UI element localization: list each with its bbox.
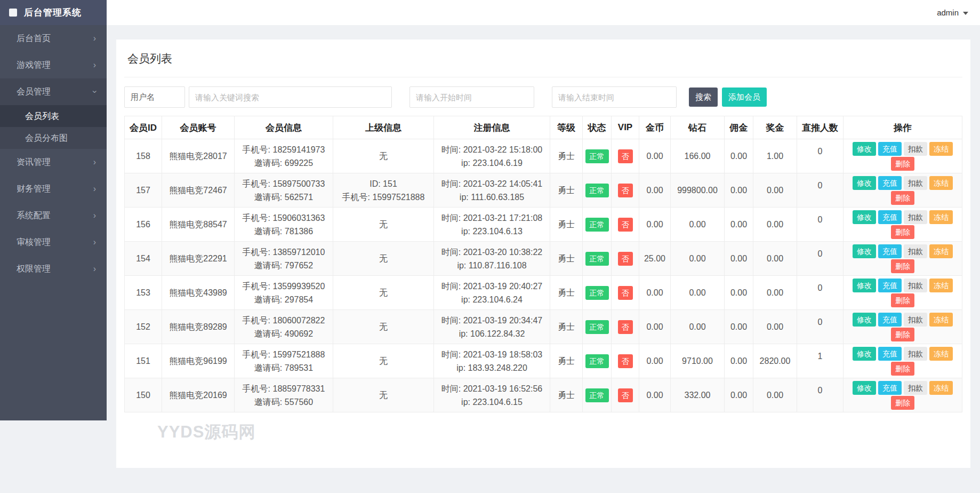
sidebar-item-audit[interactable]: 审核管理›: [0, 229, 107, 256]
actions-cell: 修改充值扣款冻结删除: [844, 378, 962, 412]
delete-button[interactable]: 删除: [891, 396, 914, 410]
recharge-button[interactable]: 充值: [878, 142, 902, 156]
deduct-button[interactable]: 扣款: [904, 313, 927, 327]
status-badge: 正常: [585, 218, 609, 232]
edit-button[interactable]: 修改: [853, 176, 876, 190]
sidebar-subitem-member-list[interactable]: 会员列表: [0, 105, 107, 127]
sidebar-item-home[interactable]: 后台首页›: [0, 25, 107, 52]
delete-button[interactable]: 删除: [891, 293, 914, 307]
keyword-input[interactable]: [189, 86, 392, 108]
sidebar-item-member[interactable]: 会员管理›: [0, 78, 107, 105]
sidebar-item-system[interactable]: 系统配置›: [0, 202, 107, 229]
status-badge: 正常: [585, 252, 609, 266]
deduct-button[interactable]: 扣款: [904, 244, 927, 258]
sidebar-item-label: 游戏管理: [17, 60, 51, 71]
gold-cell: 0.00: [639, 208, 671, 242]
sidebar-item-news[interactable]: 资讯管理›: [0, 149, 107, 176]
commission-cell: 0.00: [725, 242, 753, 276]
edit-button[interactable]: 修改: [853, 279, 876, 292]
freeze-button[interactable]: 冻结: [929, 381, 953, 395]
edit-button[interactable]: 修改: [853, 381, 876, 395]
freeze-button[interactable]: 冻结: [929, 142, 953, 156]
bonus-cell: 0.00: [753, 276, 797, 310]
sidebar-subitem-member-map[interactable]: 会员分布图: [0, 127, 107, 149]
page-title: 会员列表: [124, 39, 962, 77]
diamond-cell: 999800.00: [671, 173, 725, 208]
deduct-button[interactable]: 扣款: [904, 210, 927, 224]
actions-cell: 修改充值扣款冻结删除: [844, 139, 962, 173]
edit-button[interactable]: 修改: [853, 313, 876, 327]
username-field-select[interactable]: 用户名: [124, 86, 185, 108]
table-row: 156熊猫电竞88547手机号: 15906031363邀请码: 781386无…: [125, 208, 962, 242]
recharge-button[interactable]: 充值: [878, 176, 902, 190]
recharge-button[interactable]: 充值: [878, 347, 902, 361]
bonus-cell: 0.00: [753, 173, 797, 208]
sidebar-item-permission[interactable]: 权限管理›: [0, 256, 107, 282]
status-cell: 正常: [583, 208, 612, 242]
freeze-button[interactable]: 冻结: [929, 279, 953, 292]
sidebar-item-label: 会员管理: [17, 86, 51, 98]
delete-button[interactable]: 删除: [891, 157, 914, 171]
diamond-cell: 332.00: [671, 378, 725, 412]
add-member-button[interactable]: 添加会员: [722, 88, 767, 107]
deduct-button[interactable]: 扣款: [904, 176, 927, 190]
table-row: 151熊猫电竞96199手机号: 15997521888邀请码: 789531无…: [125, 344, 962, 378]
status-badge: 正常: [585, 184, 609, 197]
delete-button[interactable]: 删除: [891, 328, 914, 341]
table-body: 158熊猫电竞28017手机号: 18259141973邀请码: 699225无…: [125, 139, 962, 412]
app-logo: 后台管理系统: [0, 0, 107, 25]
delete-button[interactable]: 删除: [891, 225, 914, 239]
delete-button[interactable]: 删除: [891, 362, 914, 376]
account-cell: 熊猫电竞88547: [162, 208, 235, 242]
edit-button[interactable]: 修改: [853, 210, 876, 224]
sidebar-item-game[interactable]: 游戏管理›: [0, 52, 107, 78]
freeze-button[interactable]: 冻结: [929, 347, 953, 361]
parent-info-cell: 无: [333, 378, 434, 412]
freeze-button[interactable]: 冻结: [929, 244, 953, 258]
diamond-cell: 0.00: [671, 208, 725, 242]
edit-button[interactable]: 修改: [853, 142, 876, 156]
recharge-button[interactable]: 充值: [878, 313, 902, 327]
freeze-button[interactable]: 冻结: [929, 313, 953, 327]
search-button[interactable]: 搜索: [689, 88, 718, 107]
sidebar-item-label: 系统配置: [17, 210, 51, 221]
vip-cell: 否: [612, 173, 639, 208]
delete-button[interactable]: 删除: [891, 191, 914, 205]
member-id-cell: 153: [125, 276, 162, 310]
parent-info-cell: 无: [333, 139, 434, 173]
start-time-input[interactable]: [409, 86, 534, 108]
chevron-right-icon: ›: [93, 185, 96, 193]
parent-info-cell: ID: 151手机号: 15997521888: [333, 173, 434, 208]
register-info-cell: 时间: 2021-03-20 10:38:22ip: 110.87.116.10…: [434, 242, 550, 276]
search-bar: 用户名 搜索 添加会员: [124, 86, 962, 108]
edit-button[interactable]: 修改: [853, 347, 876, 361]
delete-button[interactable]: 删除: [891, 259, 914, 273]
deduct-button[interactable]: 扣款: [904, 142, 927, 156]
member-id-cell: 156: [125, 208, 162, 242]
column-header: VIP: [612, 116, 639, 139]
freeze-button[interactable]: 冻结: [929, 210, 953, 224]
gold-cell: 25.00: [639, 242, 671, 276]
commission-cell: 0.00: [725, 208, 753, 242]
recharge-button[interactable]: 充值: [878, 279, 902, 292]
end-time-input[interactable]: [552, 86, 677, 108]
deduct-button[interactable]: 扣款: [904, 279, 927, 292]
sidebar-item-finance[interactable]: 财务管理›: [0, 176, 107, 202]
recharge-button[interactable]: 充值: [878, 210, 902, 224]
recharge-button[interactable]: 充值: [878, 244, 902, 258]
user-menu[interactable]: admin: [937, 8, 968, 17]
column-header: 状态: [583, 116, 612, 139]
account-cell: 熊猫电竞96199: [162, 344, 235, 378]
vip-cell: 否: [612, 208, 639, 242]
gold-cell: 0.00: [639, 378, 671, 412]
vip-badge: 否: [618, 320, 633, 334]
vip-badge: 否: [618, 218, 633, 232]
status-badge: 正常: [585, 354, 609, 368]
recharge-button[interactable]: 充值: [878, 381, 902, 395]
diamond-cell: 0.00: [671, 276, 725, 310]
parent-info-cell: 无: [333, 242, 434, 276]
freeze-button[interactable]: 冻结: [929, 176, 953, 190]
edit-button[interactable]: 修改: [853, 244, 876, 258]
deduct-button[interactable]: 扣款: [904, 381, 927, 395]
deduct-button[interactable]: 扣款: [904, 347, 927, 361]
